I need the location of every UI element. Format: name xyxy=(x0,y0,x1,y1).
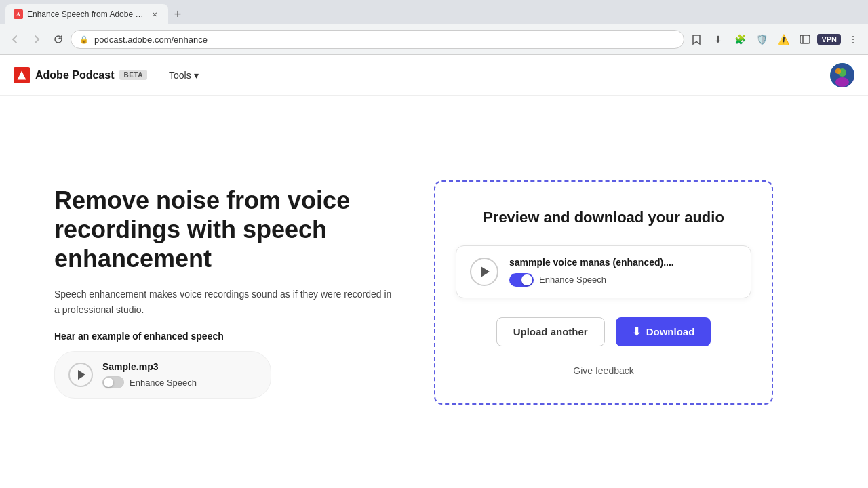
sample-filename: Sample.mp3 xyxy=(102,361,197,372)
tools-menu-button[interactable]: Tools ▾ xyxy=(161,66,207,85)
tab-title: Enhance Speech from Adobe | Fr... xyxy=(27,9,145,19)
warning-icon[interactable]: ⚠️ xyxy=(774,30,793,49)
sample-enhance-row: Enhance Speech xyxy=(102,376,197,388)
player-info: sammple voice manas (enhanced).... Enhan… xyxy=(509,257,737,287)
enhanced-play-icon xyxy=(481,266,490,277)
player-enhance-label: Enhance Speech xyxy=(539,274,606,285)
hear-example-label: Hear an example of enhanced speech xyxy=(54,331,393,342)
active-tab[interactable]: A Enhance Speech from Adobe | Fr... ✕ xyxy=(5,4,168,24)
nav-right-icons: ⬇ 🧩 🛡️ ⚠️ VPN ⋮ xyxy=(687,30,863,49)
card-title: Preview and download your audio xyxy=(483,209,724,226)
enhanced-play-button[interactable] xyxy=(470,258,498,286)
right-section: Preview and download your audio sammple … xyxy=(434,180,773,405)
bookmark-icon[interactable] xyxy=(687,30,706,49)
beta-badge: BETA xyxy=(119,70,146,80)
svg-marker-2 xyxy=(18,70,26,79)
address-bar[interactable]: 🔒 podcast.adobe.com/enhance xyxy=(71,30,684,49)
new-tab-button[interactable]: + xyxy=(168,5,187,24)
tab-bar: A Enhance Speech from Adobe | Fr... ✕ + xyxy=(0,0,868,24)
download-label: Download xyxy=(646,326,695,338)
browser-chrome: A Enhance Speech from Adobe | Fr... ✕ + … xyxy=(0,0,868,55)
address-text: podcast.adobe.com/enhance xyxy=(94,35,208,45)
sample-play-icon xyxy=(78,370,85,380)
player-enhance-toggle[interactable] xyxy=(509,273,534,287)
tab-close-button[interactable]: ✕ xyxy=(149,9,160,20)
main-content: Remove noise from voice recordings with … xyxy=(0,96,868,488)
download-manager-icon[interactable]: ⬇ xyxy=(709,30,728,49)
menu-icon[interactable]: ⋮ xyxy=(844,30,863,49)
player-filename: sammple voice manas (enhanced).... xyxy=(509,257,737,268)
forward-button[interactable] xyxy=(27,30,46,49)
tab-favicon: A xyxy=(14,9,23,19)
tools-chevron-icon: ▾ xyxy=(194,70,199,81)
user-avatar[interactable] xyxy=(830,63,854,87)
upload-another-button[interactable]: Upload another xyxy=(496,317,605,346)
sample-info: Sample.mp3 Enhance Speech xyxy=(102,361,197,388)
back-button[interactable] xyxy=(5,30,24,49)
svg-rect-0 xyxy=(800,35,810,43)
shield-icon[interactable]: 🛡️ xyxy=(752,30,771,49)
app-name-text: Adobe Podcast xyxy=(35,69,114,81)
sample-play-button[interactable] xyxy=(68,363,93,387)
vpn-badge[interactable]: VPN xyxy=(817,34,841,45)
hero-description: Speech enhancement makes voice recording… xyxy=(54,287,393,317)
logo-area: Adobe Podcast BETA xyxy=(14,67,147,83)
download-button[interactable]: ⬇ Download xyxy=(616,317,711,346)
sample-enhance-toggle[interactable] xyxy=(102,376,124,388)
page-header: Adobe Podcast BETA Tools ▾ xyxy=(0,55,868,96)
hero-title: Remove noise from voice recordings with … xyxy=(54,186,393,274)
refresh-button[interactable] xyxy=(49,30,68,49)
card-buttons: Upload another ⬇ Download xyxy=(456,317,751,346)
player-enhance-row: Enhance Speech xyxy=(509,273,737,287)
sidebar-toggle[interactable] xyxy=(795,30,814,49)
lock-icon: 🔒 xyxy=(79,35,89,44)
tools-label: Tools xyxy=(169,70,191,81)
sample-enhance-label: Enhance Speech xyxy=(130,378,197,388)
adobe-logo-icon xyxy=(14,67,30,83)
sample-player: Sample.mp3 Enhance Speech xyxy=(54,351,271,399)
enhanced-player: sammple voice manas (enhanced).... Enhan… xyxy=(456,245,751,298)
svg-point-6 xyxy=(835,68,841,74)
nav-bar: 🔒 podcast.adobe.com/enhance ⬇ 🧩 🛡️ ⚠️ VP… xyxy=(0,24,868,54)
give-feedback-link[interactable]: Give feedback xyxy=(573,365,634,376)
preview-card: Preview and download your audio sammple … xyxy=(434,180,773,405)
download-icon: ⬇ xyxy=(632,325,641,338)
extensions-icon[interactable]: 🧩 xyxy=(730,30,749,49)
left-section: Remove noise from voice recordings with … xyxy=(54,186,393,399)
svg-point-5 xyxy=(835,77,849,87)
